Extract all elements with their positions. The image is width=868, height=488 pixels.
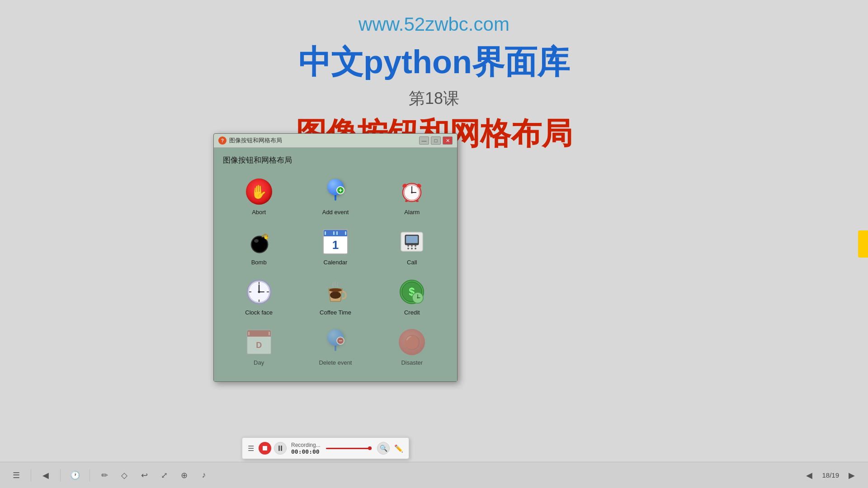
disaster-icon: 🔴	[399, 329, 425, 355]
abort-icon: ✋	[246, 178, 272, 205]
toolbar-zoom-button[interactable]: ⊕	[177, 468, 191, 483]
svg-point-24	[415, 248, 416, 249]
day-icon-wrapper: D	[245, 328, 274, 357]
svg-point-19	[407, 245, 409, 247]
window-app-icon: ?	[218, 136, 226, 145]
add-event-button[interactable]: + Add event	[299, 174, 371, 219]
alarm-icon	[399, 178, 425, 205]
rec-slider-thumb	[368, 446, 372, 450]
svg-line-13	[266, 235, 267, 236]
rec-edit-button[interactable]: ✏️	[392, 442, 405, 455]
toolbar-menu-button[interactable]: ☰	[9, 468, 24, 483]
toolbar-pencil-button[interactable]: ✏	[97, 468, 112, 483]
rec-slider-area[interactable]	[326, 448, 372, 449]
clock-face-button[interactable]: Clock face	[223, 274, 295, 319]
svg-rect-8	[416, 200, 419, 202]
call-icon	[399, 229, 425, 255]
delete-event-button[interactable]: − Delete event	[299, 324, 371, 370]
pin-tip	[335, 194, 336, 201]
website-url: www.52zwbc.com	[0, 14, 868, 35]
side-tab[interactable]	[858, 230, 868, 258]
calendar-button[interactable]: 1 Calendar	[299, 224, 371, 269]
rec-slider-track[interactable]	[326, 448, 372, 449]
rec-stop-button[interactable]	[259, 442, 271, 455]
svg-point-22	[407, 248, 409, 249]
main-title: 中文python界面库	[0, 41, 868, 84]
toolbar-arrow-button[interactable]: ↩	[137, 468, 151, 483]
close-button[interactable]: ✕	[443, 136, 453, 145]
calendar-label: Calendar	[324, 259, 348, 266]
window-title: 图像按钮和网格布局	[229, 136, 282, 145]
recording-bar: ☰ Recording... 00:00:00 🔍 ✏️	[242, 437, 409, 459]
rec-label: Recording...	[291, 442, 321, 448]
pause-bar-left	[278, 446, 280, 451]
rec-stop-icon	[263, 446, 267, 450]
svg-rect-18	[406, 236, 418, 243]
call-button[interactable]: Call	[376, 224, 448, 269]
pin-plus-icon: +	[336, 186, 344, 194]
toolbar-music-button[interactable]: ♪	[197, 468, 211, 483]
delete-event-icon-wrapper: −	[321, 328, 350, 357]
coffee-time-icon-wrapper	[321, 277, 350, 306]
toolbar-prev-button[interactable]: ◀	[802, 468, 816, 483]
pause-bar-right	[281, 446, 282, 451]
pin-ball: +	[327, 179, 344, 195]
toolbar-pan-button[interactable]: ⤢	[157, 468, 171, 483]
cal-notch-1	[325, 231, 326, 235]
coffee-time-button[interactable]: Coffee Time	[299, 274, 371, 319]
call-icon-wrapper	[397, 227, 426, 256]
abort-button[interactable]: ✋ Abort	[223, 174, 295, 219]
bomb-label: Bomb	[251, 259, 267, 266]
window-body: 图像按钮和网格布局 ✋ Abort +	[214, 148, 457, 381]
add-event-icon: +	[325, 179, 346, 204]
abort-label: Abort	[252, 209, 266, 216]
add-event-icon-wrapper: +	[321, 177, 350, 206]
toolbar-back-button[interactable]: ◀	[38, 468, 53, 483]
rec-pause-button[interactable]	[274, 442, 287, 455]
window-titlebar: ? 图像按钮和网格布局 — □ ✕	[214, 134, 457, 148]
toolbar-next-button[interactable]: ▶	[844, 468, 859, 483]
call-label: Call	[407, 259, 417, 266]
rec-menu-button[interactable]: ☰	[246, 443, 256, 454]
toolbar-sep-3	[90, 469, 90, 482]
clock-face-icon-wrapper	[245, 277, 274, 306]
app-window: ? 图像按钮和网格布局 — □ ✕ 图像按钮和网格布局 ✋ Abort	[213, 133, 458, 382]
window-heading: 图像按钮和网格布局	[223, 155, 448, 165]
svg-point-35	[329, 288, 342, 292]
rec-camera-button[interactable]: 🔍	[377, 442, 390, 455]
cal-notch-4	[345, 231, 346, 235]
top-content: www.52zwbc.com 中文python界面库 第18课 图像按钮和网格布…	[0, 0, 868, 155]
svg-point-23	[411, 248, 413, 249]
clock-face-icon	[246, 279, 272, 305]
disaster-button[interactable]: 🔴 Disaster	[376, 324, 448, 370]
bomb-button[interactable]: Bomb	[223, 224, 295, 269]
rec-time: 00:00:00	[291, 448, 321, 455]
svg-point-12	[264, 236, 267, 239]
svg-point-6	[411, 192, 413, 193]
cal-notch-2	[333, 231, 335, 235]
toolbar-nav-right: ◀ 18/19 ▶	[802, 468, 859, 483]
calendar-header	[324, 230, 347, 236]
titlebar-left: ? 图像按钮和网格布局	[218, 136, 282, 145]
delete-event-label: Delete event	[319, 359, 352, 366]
credit-button[interactable]: $ Credit	[376, 274, 448, 319]
calendar-icon: 1	[323, 229, 348, 254]
svg-point-42	[417, 297, 419, 299]
day-label: Day	[254, 359, 264, 366]
svg-point-11	[254, 239, 259, 243]
toolbar-shape-button[interactable]: ◇	[117, 468, 132, 483]
lesson-number: 第18课	[0, 88, 868, 110]
bottom-toolbar: ☰ ◀ 🕐 ✏ ◇ ↩ ⤢ ⊕ ♪ ◀ 18/19 ▶	[0, 462, 868, 488]
calendar-icon-wrapper: 1	[321, 227, 350, 256]
toolbar-clock-button[interactable]: 🕐	[68, 468, 82, 483]
coffee-time-icon	[322, 279, 349, 305]
maximize-button[interactable]: □	[431, 136, 441, 145]
minimize-button[interactable]: —	[419, 136, 429, 145]
day-button[interactable]: D Day	[223, 324, 295, 370]
credit-icon: $	[399, 279, 425, 305]
svg-point-21	[415, 245, 416, 247]
alarm-button[interactable]: Alarm	[376, 174, 448, 219]
svg-point-34	[330, 291, 341, 299]
credit-label: Credit	[404, 309, 420, 316]
bomb-icon-wrapper	[245, 227, 274, 256]
